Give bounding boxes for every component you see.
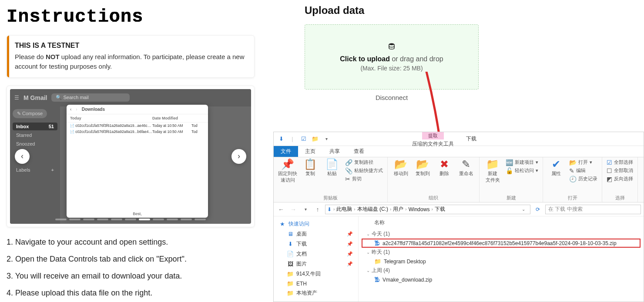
- address-bar[interactable]: ⬇ › 此电脑› 本地磁盘 (C:)› 用户› Windows› 下载 ⌄: [325, 205, 530, 214]
- nav-labels: Labels+: [13, 166, 57, 174]
- quick-access[interactable]: ★快速访问: [275, 219, 356, 229]
- addr-dropdown[interactable]: ⌄: [519, 207, 528, 212]
- breadcrumb-seg[interactable]: 用户: [393, 206, 403, 213]
- menu-icon: ☰: [14, 95, 19, 101]
- contextual-tab[interactable]: 提取 压缩的文件夹工具: [409, 132, 457, 146]
- file-row[interactable]: 🗜 Vmake_download.zip: [362, 275, 640, 284]
- folder-icon: 📁: [374, 258, 381, 265]
- file-name: a2c247ffd77f8a145d71082ef2e4599c4f46ec87…: [382, 240, 617, 246]
- nav-fwd-button[interactable]: →: [288, 206, 298, 213]
- step-2: 2. Open the Data Controls tab and click …: [7, 255, 255, 264]
- notice-text-strong: NOT: [46, 53, 60, 60]
- move-to-button[interactable]: 📂移动到: [392, 159, 409, 177]
- paste-button[interactable]: 📄粘贴: [323, 159, 341, 177]
- sidebar-downloads[interactable]: ⬇下载📌: [275, 239, 356, 249]
- delete-button[interactable]: ✖删除: [436, 159, 453, 177]
- finder-footer: Best,: [67, 212, 208, 216]
- column-name-header[interactable]: 名称: [362, 218, 640, 229]
- notice-text-pre: Please do: [15, 53, 46, 60]
- ribbon: 📌固定到快 速访问 📋复制 📄粘贴 🔗复制路径 📎粘贴快捷方式 ✂剪切 剪贴板 …: [274, 157, 644, 202]
- breadcrumb-seg[interactable]: Windows: [409, 206, 430, 212]
- carousel-prev-button[interactable]: ‹: [15, 149, 30, 164]
- copy-button[interactable]: 📋复制: [302, 159, 319, 177]
- ribbon-tabs: 文件 主页 共享 查看: [274, 146, 644, 157]
- nav-recent-button[interactable]: ▾: [301, 207, 310, 212]
- group-organize: 组织: [392, 194, 475, 201]
- properties-button[interactable]: ✔属性: [547, 159, 565, 177]
- edit-button[interactable]: ✎编辑: [569, 167, 597, 174]
- file-name: Telegram Desktop: [384, 259, 426, 265]
- upload-dropzone[interactable]: Click to upload or drag and drop (Max. F…: [305, 24, 479, 90]
- sidebar-pictures[interactable]: 🖼图片📌: [275, 259, 356, 269]
- nav-snoozed: Snoozed: [13, 140, 57, 148]
- sidebar-folder-local[interactable]: 📁本地资产: [275, 288, 356, 298]
- finder-date-col: Date Modified: [152, 116, 191, 120]
- qat-props-icon[interactable]: ☑: [299, 134, 309, 144]
- nav-up-button[interactable]: ↑: [313, 206, 322, 213]
- sidebar-folder-eth[interactable]: 📁ETH: [275, 279, 356, 288]
- tab-home[interactable]: 主页: [298, 146, 322, 157]
- qat-folder-icon[interactable]: 📁: [310, 134, 320, 144]
- group-lastweek[interactable]: ⌄上周 (4): [362, 265, 640, 275]
- history-button[interactable]: 🕘历史记录: [569, 176, 597, 182]
- screenshot-carousel: ☰ M Gmail 🔍 Search mail ✎ Compose Inbox5…: [7, 86, 255, 227]
- new-item-button[interactable]: 🆕新建项目 ▾: [506, 159, 538, 166]
- group-clipboard: 剪贴板: [278, 194, 383, 201]
- file-row-selected[interactable]: 🗜 a2c247ffd77f8a145d71082ef2e4599c4f46ec…: [362, 239, 640, 247]
- new-folder-button[interactable]: 📁新建 文件夹: [484, 159, 501, 183]
- notice-title: THIS IS A TESTNET: [15, 42, 246, 50]
- breadcrumb-seg[interactable]: 此电脑: [336, 206, 352, 213]
- open-button[interactable]: 📂打开 ▾: [569, 159, 597, 166]
- explorer-content: 名称 ⌄今天 (1) 🗜 a2c247ffd77f8a145d71082ef2e…: [359, 216, 644, 302]
- breadcrumb-seg[interactable]: 本地磁盘 (C:): [357, 206, 388, 213]
- file-row[interactable]: 📁 Telegram Desktop: [362, 257, 640, 265]
- qat-down-icon[interactable]: ⬇: [276, 134, 286, 144]
- sidebar-folder-914[interactable]: 📁914又牛回: [275, 269, 356, 279]
- group-select: 选择: [607, 194, 633, 201]
- sidebar-documents[interactable]: 📄文档📌: [275, 249, 356, 259]
- group-today[interactable]: ⌄今天 (1): [362, 229, 640, 239]
- paste-shortcut-button[interactable]: 📎粘贴快捷方式: [345, 167, 383, 174]
- explorer-sidebar: ★快速访问 🖥桌面📌 ⬇下载📌 📄文档📌 🖼图片📌 📁914又牛回 📁ETH 📁…: [274, 216, 359, 302]
- tab-view[interactable]: 查看: [347, 146, 371, 157]
- copy-path-button[interactable]: 🔗复制路径: [345, 159, 383, 166]
- pin-button[interactable]: 📌固定到快 速访问: [278, 159, 297, 183]
- explorer-titlebar: ⬇ | ☑ 📁 ▾ 提取 压缩的文件夹工具 下载: [274, 132, 644, 146]
- sidebar-desktop[interactable]: 🖥桌面📌: [275, 229, 356, 239]
- copy-to-button[interactable]: 📂复制到: [414, 159, 431, 177]
- carousel-next-button[interactable]: ›: [231, 149, 246, 164]
- nav-starred: Starred: [13, 131, 57, 139]
- qat-overflow[interactable]: ▾: [322, 134, 331, 144]
- finder-section: Today: [70, 116, 152, 120]
- tab-share[interactable]: 共享: [322, 146, 347, 157]
- nav-back-button[interactable]: ←: [276, 206, 286, 213]
- cut-button[interactable]: ✂剪切: [345, 176, 383, 182]
- file-explorer-window: ⬇ | ☑ 📁 ▾ 提取 压缩的文件夹工具 下载 文件 主页 共享 查看 📌固定…: [273, 132, 644, 302]
- search-input[interactable]: 在 下载 中搜索: [545, 205, 641, 214]
- group-new: 新建: [484, 194, 538, 201]
- instructions-steps: 1. Navigate to your account and open set…: [7, 238, 255, 298]
- disconnect-link[interactable]: Disconnect: [305, 94, 479, 101]
- step-3: 3. You will receive an email to download…: [7, 272, 255, 281]
- group-yesterday[interactable]: ⌄昨天 (1): [362, 247, 640, 257]
- select-all-button[interactable]: ☑全部选择: [607, 159, 633, 166]
- refresh-button[interactable]: ⟳: [533, 206, 543, 212]
- zip-icon: 🗜: [374, 276, 380, 283]
- finder-title: Downloads: [82, 107, 105, 112]
- back-icon: ‹: [70, 107, 71, 112]
- breadcrumb-seg[interactable]: 下载: [435, 206, 445, 213]
- downloads-icon: ⬇: [327, 206, 332, 212]
- gmail-logo: M Gmail: [23, 94, 47, 101]
- step-1: 1. Navigate to your account and open set…: [7, 238, 255, 247]
- easy-access-button[interactable]: 🔓轻松访问 ▾: [506, 167, 538, 174]
- rename-button[interactable]: ✎重命名: [457, 159, 475, 177]
- step-4: 4. Please upload this data file on the r…: [7, 289, 255, 298]
- tab-file[interactable]: 文件: [274, 146, 298, 157]
- compose-button: ✎ Compose: [13, 109, 47, 118]
- database-icon: [388, 43, 396, 53]
- fwd-icon: ›: [76, 107, 77, 112]
- upload-heading: Upload data: [305, 4, 640, 17]
- invert-select-button[interactable]: ◩反向选择: [607, 176, 633, 182]
- select-none-button[interactable]: ☐全部取消: [607, 167, 633, 174]
- zip-icon: 🗜: [374, 240, 380, 246]
